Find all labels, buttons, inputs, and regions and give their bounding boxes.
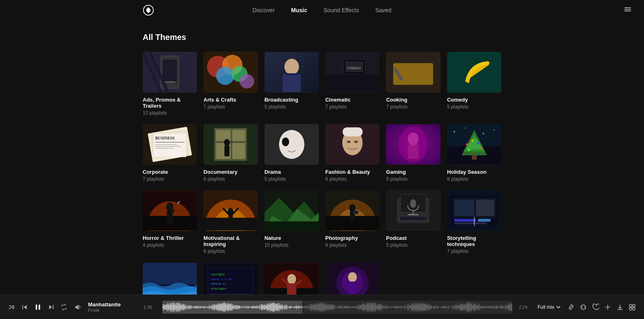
theme-card-name: Comedy [447, 97, 501, 103]
theme-card-image: CINEMA [325, 52, 379, 93]
svg-rect-120 [476, 199, 494, 216]
refresh-icon[interactable] [580, 303, 587, 311]
svg-rect-2 [624, 9, 631, 10]
theme-card-name: Documentary [203, 169, 258, 175]
theme-card-image [265, 124, 319, 165]
theme-card-storytelling-techniques[interactable]: Storytelling techniques7 playlists [447, 190, 501, 254]
theme-card-count: 7 playlists [325, 104, 379, 110]
theme-card-sports-action[interactable]: Sports & Action6 playlists [265, 262, 319, 295]
nav-music[interactable]: Music [291, 7, 307, 13]
theme-card-broadcasting[interactable]: Broadcasting5 playlists [265, 52, 319, 116]
svg-rect-38 [155, 142, 184, 143]
full-mix-button[interactable]: Full mix [538, 304, 561, 310]
svg-rect-20 [286, 73, 297, 75]
svg-rect-108 [411, 199, 416, 208]
heart-icon[interactable] [592, 303, 599, 311]
player-controls [8, 303, 68, 311]
volume-button[interactable] [74, 303, 82, 311]
theme-card-count: 4 playlists [143, 242, 197, 248]
theme-card-count: 7 playlists [386, 104, 440, 110]
player-time-current: 1:36 [143, 305, 156, 310]
theme-card-count: 10 playlists [265, 242, 319, 248]
add-icon[interactable] [604, 303, 611, 311]
theme-card-image [265, 262, 319, 295]
navbar: Discover Music Sound Effects Saved [0, 0, 644, 20]
svg-rect-146 [22, 305, 23, 309]
theme-card-cooking[interactable]: Cooking7 playlists [386, 52, 440, 116]
theme-card-name: Gaming [386, 169, 440, 175]
svg-rect-19 [282, 74, 300, 92]
theme-card-count: 6 playlists [203, 176, 258, 182]
link-icon[interactable] [567, 303, 575, 311]
theme-card-image [447, 124, 501, 165]
theme-card-technology[interactable]: <script> const x = 42; return x; </scrip… [203, 262, 258, 295]
player-waveform[interactable] [162, 301, 512, 314]
svg-point-73 [466, 143, 468, 145]
theme-card-image: BUSINESS [143, 124, 197, 165]
theme-card-count: 5 playlists [265, 104, 319, 110]
shuffle-button[interactable] [8, 303, 15, 311]
player-track-info: Manhattanite Frook [88, 301, 137, 312]
theme-card-image [143, 262, 197, 295]
nav-links: Discover Music Sound Effects Saved [253, 7, 392, 13]
theme-card-image [143, 52, 197, 93]
theme-card-count: 5 playlists [265, 176, 319, 182]
svg-point-65 [454, 131, 455, 133]
svg-rect-3 [624, 11, 631, 11]
svg-rect-55 [343, 127, 363, 136]
theme-card-name: Fashion & Beauty [325, 169, 379, 175]
theme-card-podcast[interactable]: Podcast5 playlists [386, 190, 440, 254]
svg-rect-7 [164, 81, 175, 83]
svg-point-47 [224, 139, 230, 146]
theme-card-horror-thriller[interactable]: Horror & Thriller4 playlists [143, 190, 197, 254]
svg-rect-41 [155, 148, 173, 148]
svg-rect-6 [163, 60, 177, 81]
theme-card-nature[interactable]: Nature10 playlists [265, 190, 319, 254]
theme-card-comedy[interactable]: Comedy5 playlists [447, 52, 501, 116]
nav-saved[interactable]: Saved [375, 7, 392, 13]
theme-card-image [265, 52, 319, 93]
svg-rect-62 [408, 144, 419, 159]
svg-point-142 [348, 272, 357, 282]
theme-card-name: Storytelling techniques [447, 235, 501, 247]
svg-point-76 [480, 147, 482, 149]
theme-card-fashion-beauty[interactable]: Fashion & Beauty6 playlists [325, 124, 379, 182]
theme-card-ads-promos-trailers[interactable]: Ads, Promos & Trailers10 playlists [143, 52, 197, 116]
theme-card-wellness[interactable]: Wellness5 playlists [325, 262, 379, 295]
theme-card-gaming[interactable]: Gaming5 playlists [386, 124, 440, 182]
theme-card-holiday-season[interactable]: Holiday Season8 playlists [447, 124, 501, 182]
theme-card-name: Cooking [386, 97, 440, 103]
theme-card-image [203, 190, 258, 231]
queue-icon[interactable] [629, 303, 636, 311]
theme-card-travel[interactable]: Travel8 playlists [143, 262, 197, 295]
theme-card-cinematic[interactable]: CINEMA Cinematic7 playlists [325, 52, 379, 116]
menu-icon[interactable] [624, 5, 632, 16]
svg-point-68 [494, 129, 495, 131]
download-icon[interactable] [616, 303, 624, 311]
play-pause-button[interactable] [34, 303, 42, 311]
theme-card-count: 5 playlists [386, 176, 440, 182]
repeat-button[interactable] [60, 303, 68, 311]
svg-text:const x = 42;: const x = 42; [211, 277, 234, 281]
svg-rect-148 [39, 304, 40, 310]
theme-card-corporate[interactable]: BUSINESS Corporate7 playlists [143, 124, 197, 182]
theme-card-arts-crafts[interactable]: Arts & Crafts7 playlists [203, 52, 258, 116]
themes-grid: Ads, Promos & Trailers10 playlists Arts … [143, 52, 501, 295]
theme-card-name: Corporate [143, 169, 197, 175]
theme-card-documentary[interactable]: Documentary6 playlists [203, 124, 258, 182]
prev-button[interactable] [21, 303, 29, 311]
svg-text:<script>: <script> [211, 272, 225, 276]
svg-text:CINEMA: CINEMA [347, 66, 361, 70]
theme-card-photography[interactable]: Photography6 playlists [325, 190, 379, 254]
theme-card-drama[interactable]: Drama5 playlists [265, 124, 319, 182]
theme-card-motivational-inspiring[interactable]: Motivational & Inspiring6 playlists [203, 190, 258, 254]
svg-point-52 [294, 137, 302, 146]
nav-sound-effects[interactable]: Sound Effects [324, 7, 359, 13]
svg-point-18 [285, 59, 299, 75]
svg-point-67 [483, 133, 484, 135]
svg-rect-152 [629, 308, 632, 310]
logo[interactable] [143, 4, 154, 16]
next-button[interactable] [47, 303, 55, 311]
nav-discover[interactable]: Discover [253, 7, 275, 13]
svg-point-15 [240, 74, 254, 89]
